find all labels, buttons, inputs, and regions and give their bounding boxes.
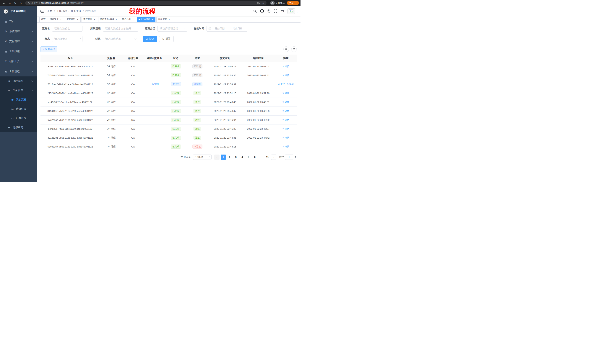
detail-link[interactable]: ✎详情 — [282, 145, 289, 148]
reset-button[interactable]: ↻ 重置 — [159, 36, 174, 42]
sidebar-item-my-process[interactable]: ◉我的流程 — [0, 95, 37, 104]
forward-icon[interactable]: → — [7, 0, 12, 6]
goto-page-input[interactable] — [285, 154, 293, 160]
process-definition-input[interactable] — [103, 26, 138, 31]
tab-close-icon[interactable]: × — [76, 18, 79, 21]
edit-icon: ✎ — [282, 65, 284, 68]
warning-icon — [28, 2, 30, 4]
back-icon[interactable]: ← — [1, 0, 7, 6]
process-table: 编号流程名流程分类当前审批任务状态结果提交时间结束时间操作 3ad174fb-7… — [40, 55, 297, 151]
sidebar-item-task-management[interactable]: ⊞任务管理 — [0, 86, 37, 95]
page-size-select[interactable]: 10条/页 — [193, 154, 211, 160]
detail-link[interactable]: ✎详情 — [287, 83, 294, 86]
status-select[interactable]: 请选择状态 — [52, 36, 82, 42]
github-icon[interactable] — [260, 9, 264, 13]
tab-process-model[interactable]: 流程模型× — [65, 17, 80, 22]
tab-close-icon[interactable]: × — [168, 18, 170, 21]
detail-link[interactable]: ✎详情 — [282, 118, 289, 122]
page-button-4[interactable]: 4 — [240, 154, 245, 160]
tab-close-icon[interactable]: × — [60, 18, 62, 21]
status-tag: 已完成 — [171, 127, 181, 131]
cell-current-task — [144, 133, 165, 142]
page-button-3[interactable]: 3 — [233, 154, 239, 160]
tab-close-icon[interactable]: × — [132, 18, 134, 21]
address-bar[interactable]: 不安全 dashboard.yudao.iocoder.cn/bpm/task/… — [25, 1, 267, 5]
breadcrumb-item[interactable]: 首页 — [47, 10, 52, 13]
page-button-6[interactable]: 6 — [252, 154, 257, 160]
detail-link[interactable]: ✎详情 — [282, 127, 289, 130]
category-select[interactable]: 请选择流程分类 — [158, 26, 187, 31]
detail-link[interactable]: ✎详情 — [282, 65, 289, 68]
reload-icon[interactable]: ↻ — [13, 0, 18, 6]
tab-start-process[interactable]: 发起流程× — [156, 17, 172, 22]
tab-process-form-edit[interactable]: 流程表单-编辑× — [98, 17, 119, 22]
tab-my-process[interactable]: 我的流程× — [137, 17, 155, 22]
tab-process-definition[interactable]: 流程定义× — [48, 17, 64, 22]
sidebar-item-infrastructure[interactable]: ▤基础设施 — [0, 46, 37, 56]
cell-submit-time: 2022-01-23 00:06:17 — [208, 62, 241, 71]
sidebar-item-dev-tools[interactable]: ⚒研发工具 — [0, 56, 37, 67]
hamburger-icon[interactable] — [40, 10, 44, 13]
page-ellipsis[interactable]: ··· — [259, 154, 264, 160]
cancel-link[interactable]: ⊘取消 — [278, 83, 285, 86]
sidebar-item-leave-query[interactable]: ☻请假查询 — [0, 123, 37, 132]
sidebar-item-workflow[interactable]: ▣工作流程 — [0, 67, 37, 77]
caret-down-icon[interactable]: ▾ — [296, 11, 298, 14]
detail-link[interactable]: ✎详情 — [282, 74, 289, 77]
search-button[interactable]: 搜索 — [143, 36, 157, 42]
submit-time-range-picker[interactable]: 开始日期 - 结束日期 — [207, 26, 247, 31]
result-select[interactable]: 请选择流结果 — [103, 36, 138, 42]
tab-close-icon[interactable]: × — [151, 18, 154, 21]
process-name-input[interactable] — [52, 26, 82, 31]
cancel-icon: ⊘ — [278, 83, 280, 86]
next-page-button[interactable]: › — [271, 154, 276, 160]
detail-link[interactable]: ✎详情 — [282, 136, 289, 139]
page-button-2[interactable]: 2 — [227, 154, 232, 160]
page-button-5[interactable]: 5 — [246, 154, 251, 160]
filter-process-name: 流程名 — [40, 26, 82, 31]
home-icon[interactable]: ⌂ — [18, 0, 23, 6]
font-size-icon[interactable]: TT — [280, 9, 285, 13]
detail-link[interactable]: ✎详情 — [282, 101, 289, 104]
page-button-11[interactable]: 11 — [265, 154, 270, 160]
breadcrumb-item[interactable]: 工作流程 — [56, 10, 67, 13]
security-label[interactable]: 不安全 — [31, 1, 38, 5]
key-icon[interactable] — [257, 1, 260, 4]
sidebar-item-payment-management[interactable]: ¥支付管理 — [0, 36, 37, 46]
tab-user-group[interactable]: 用户分组× — [120, 17, 136, 22]
tab-label: 发起流程 — [158, 18, 167, 21]
start-process-button[interactable]: + 发起流程 — [40, 46, 57, 52]
browser-menu-dots-icon[interactable]: ⋮ — [295, 2, 297, 4]
tab-close-icon[interactable]: × — [93, 18, 96, 21]
sidebar-item-done-tasks[interactable]: ✂已办任务 — [0, 114, 37, 123]
current-task-link[interactable]: 一级审批 — [150, 83, 159, 86]
fullscreen-icon[interactable] — [273, 9, 278, 13]
edit-icon: ✎ — [282, 74, 284, 77]
sidebar-item-process-management[interactable]: ≡流程管理 — [0, 77, 37, 86]
refresh-table-button[interactable] — [291, 46, 297, 52]
sidebar-item-home[interactable]: ▦首页 — [0, 16, 37, 26]
help-icon[interactable]: ? — [267, 10, 270, 13]
breadcrumb-item[interactable]: 任务管理 — [71, 10, 81, 13]
tab-close-icon[interactable]: × — [115, 18, 118, 21]
detail-link[interactable]: ✎详情 — [282, 92, 289, 95]
process-definition-label: 所属流程 — [87, 27, 103, 30]
prev-page-button[interactable]: ‹ — [214, 154, 220, 160]
search-icon[interactable] — [253, 9, 257, 13]
bookmark-star-icon[interactable]: ☆ — [262, 1, 264, 4]
tab-home[interactable]: 首页 — [39, 17, 47, 22]
app-logo: 芋道管理系统 — [0, 6, 37, 16]
avatar[interactable] — [288, 8, 295, 14]
incognito-badge: 无痕模式 — [270, 1, 285, 5]
edit-icon: ✎ — [282, 119, 284, 121]
sidebar-item-system-management[interactable]: ⚙系统管理 — [0, 26, 37, 36]
sidebar-item-todo-tasks[interactable]: ◎待办任务 — [0, 104, 37, 114]
detail-link[interactable]: ✎详情 — [282, 109, 289, 113]
tab-process-form[interactable]: 流程表单× — [81, 17, 97, 22]
update-button[interactable]: 更新 ⋮ — [287, 1, 299, 5]
toggle-search-button[interactable] — [283, 46, 289, 52]
cell-name: OA 请假 — [100, 71, 122, 80]
cell-id: 03c6c157-7b9a-11ec-a290-acde48001122 — [40, 142, 100, 151]
page-button-1[interactable]: 1 — [221, 154, 226, 160]
workflow-icon: ▣ — [4, 70, 7, 73]
